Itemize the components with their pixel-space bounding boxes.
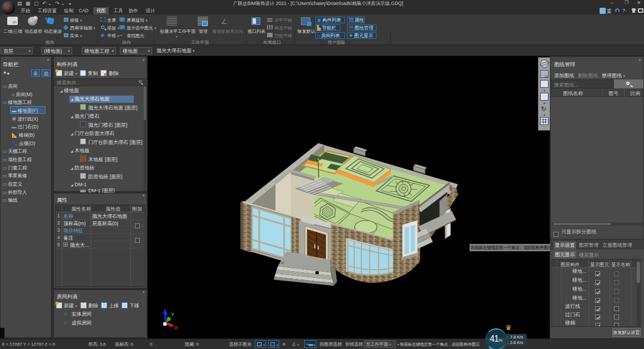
svg-text:Z: Z [163, 308, 167, 314]
svg-text:Y: Y [171, 312, 174, 317]
svg-text:X: X [174, 325, 178, 331]
